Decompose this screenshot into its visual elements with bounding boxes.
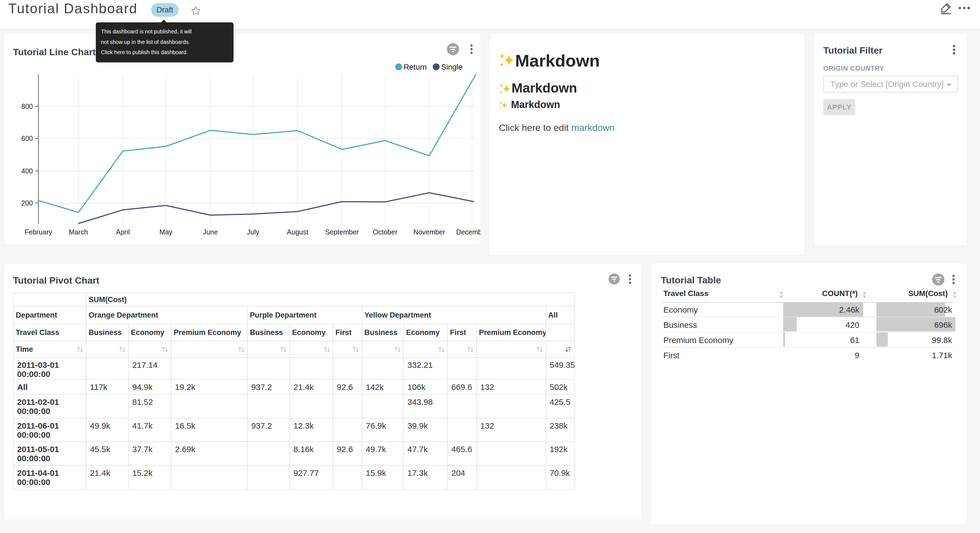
svg-text:December: December bbox=[456, 228, 481, 236]
svg-text:Single: Single bbox=[441, 63, 463, 71]
svg-text:November: November bbox=[413, 228, 445, 236]
svg-text:March: March bbox=[69, 228, 88, 236]
svg-text:July: July bbox=[247, 228, 259, 236]
svg-text:600: 600 bbox=[21, 134, 33, 142]
svg-text:800: 800 bbox=[21, 102, 33, 110]
svg-text:200: 200 bbox=[21, 199, 33, 207]
svg-text:June: June bbox=[203, 228, 218, 236]
svg-text:September: September bbox=[325, 228, 359, 236]
svg-text:April: April bbox=[116, 228, 130, 236]
svg-text:Return: Return bbox=[404, 63, 427, 71]
svg-text:February: February bbox=[25, 228, 52, 236]
svg-text:400: 400 bbox=[21, 167, 33, 175]
svg-text:May: May bbox=[159, 228, 173, 236]
svg-text:October: October bbox=[373, 228, 398, 236]
svg-text:August: August bbox=[287, 228, 309, 236]
